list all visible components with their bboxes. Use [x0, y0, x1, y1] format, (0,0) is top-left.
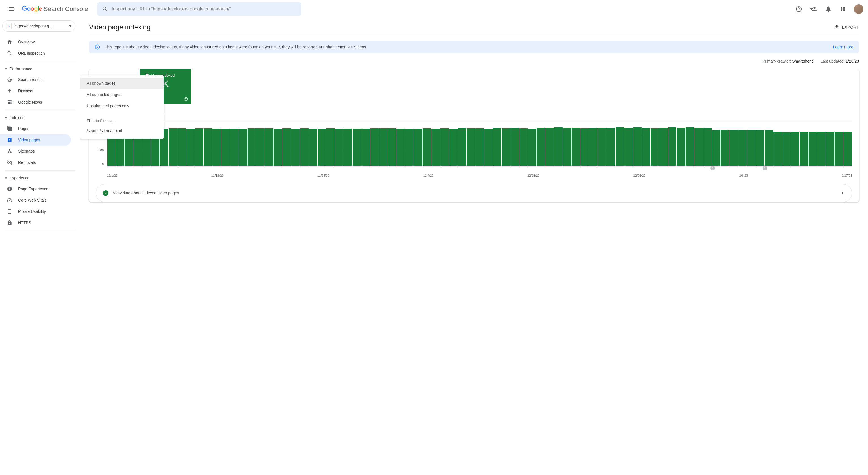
chevron-right-icon — [839, 190, 845, 196]
sitemap-icon — [7, 148, 12, 154]
dropdown-unsubmitted-pages[interactable]: Unsubmitted pages only — [80, 100, 164, 111]
nav-https[interactable]: HTTPS — [0, 217, 71, 229]
tile-help-icon[interactable] — [184, 97, 188, 101]
sidebar: ‹› https://developers.g… Overview URL in… — [0, 18, 80, 475]
chevron-down-icon: ▼ — [4, 116, 7, 120]
enhancements-link[interactable]: Enhancements > Videos — [323, 45, 366, 49]
dropdown-section-header: Filter to Sitemaps — [80, 116, 164, 125]
apps-icon[interactable] — [837, 3, 849, 15]
account-avatar[interactable] — [854, 4, 864, 14]
info-banner: This report is about video indexing stat… — [89, 41, 859, 53]
learn-more-link[interactable]: Learn more — [833, 45, 853, 49]
chart-card: Video indexed 1.43K Video pages 1.8K1.2K… — [89, 69, 859, 202]
help-icon[interactable] — [793, 3, 805, 15]
nav-pages[interactable]: Pages — [0, 123, 71, 134]
dropdown-all-submitted-pages[interactable]: All submitted pages — [80, 89, 164, 100]
add-user-icon[interactable] — [807, 3, 820, 15]
nav-page-experience[interactable]: Page Experience — [0, 183, 71, 195]
google-logo-icon — [22, 6, 42, 12]
plot-area — [107, 121, 852, 166]
property-favicon: ‹› — [6, 23, 11, 29]
dropdown-all-known-pages[interactable]: All known pages — [80, 77, 164, 89]
nav-url-inspection[interactable]: URL inspection — [0, 47, 71, 59]
chart-title: Video pages — [102, 115, 852, 120]
dropdown-sitemap-item[interactable]: /search/sitemap.xml — [80, 125, 164, 136]
news-icon — [7, 99, 12, 105]
url-inspect-input[interactable] — [112, 6, 297, 11]
nav-core-web-vitals[interactable]: Core Web Vitals — [0, 195, 71, 206]
main-content: Video page indexing EXPORT This report i… — [80, 18, 868, 475]
page-filter-dropdown: All known pages All submitted pages Unsu… — [80, 75, 164, 139]
nav-group-indexing[interactable]: ▼Indexing — [0, 113, 80, 123]
nav-video-pages[interactable]: Video pages — [0, 134, 71, 145]
nav-group-experience[interactable]: ▼Experience — [0, 173, 80, 183]
check-circle-icon: ✓ — [103, 190, 108, 196]
home-icon — [7, 39, 12, 45]
lock-icon — [7, 220, 12, 226]
nav-google-news[interactable]: Google News — [0, 97, 71, 108]
info-icon — [95, 44, 100, 50]
nav-search-results[interactable]: Search results — [0, 74, 71, 85]
chevron-down-icon: ▼ — [4, 177, 7, 180]
page-title: Video page indexing — [89, 23, 150, 31]
search-icon — [102, 6, 108, 12]
meta-row: Primary crawler: Smartphone Last updated… — [89, 59, 859, 63]
nav-mobile-usability[interactable]: Mobile Usability — [0, 206, 71, 217]
product-name: Search Console — [43, 5, 88, 13]
menu-icon[interactable] — [4, 2, 18, 16]
property-selector[interactable]: ‹› https://developers.g… — [2, 21, 75, 32]
visibility-off-icon — [7, 160, 12, 165]
x-axis: 11/1/2211/12/2211/23/2212/4/2212/15/2212… — [107, 174, 852, 177]
nav-overview[interactable]: Overview — [0, 36, 71, 47]
google-g-icon — [7, 77, 12, 82]
nav-group-performance[interactable]: ▼Performance — [0, 64, 80, 74]
search-icon — [7, 50, 12, 56]
event-markers: 11 — [107, 166, 852, 172]
nav-discover[interactable]: Discover — [0, 85, 71, 97]
smartphone-icon — [7, 209, 12, 214]
chart: Video pages 1.8K1.2K6000 11 11/1/2211/12… — [89, 104, 859, 184]
discover-icon — [7, 88, 12, 94]
video-icon — [7, 137, 12, 143]
view-indexed-data-button[interactable]: ✓ View data about indexed video pages — [96, 184, 852, 202]
url-inspect-search[interactable] — [97, 2, 301, 16]
property-label: https://developers.g… — [14, 24, 66, 28]
notifications-icon[interactable] — [822, 3, 835, 15]
app-header: Search Console — [0, 0, 868, 18]
pages-icon — [7, 126, 12, 131]
chevron-down-icon — [69, 25, 72, 27]
download-icon — [834, 24, 840, 30]
chevron-down-icon: ▼ — [4, 67, 7, 70]
export-button[interactable]: EXPORT — [834, 24, 859, 30]
plus-circle-icon — [7, 186, 12, 192]
speed-icon — [7, 197, 12, 203]
logo[interactable]: Search Console — [22, 5, 88, 13]
nav-removals[interactable]: Removals — [0, 157, 71, 168]
nav-sitemaps[interactable]: Sitemaps — [0, 145, 71, 157]
info-text: This report is about video indexing stat… — [105, 45, 367, 49]
